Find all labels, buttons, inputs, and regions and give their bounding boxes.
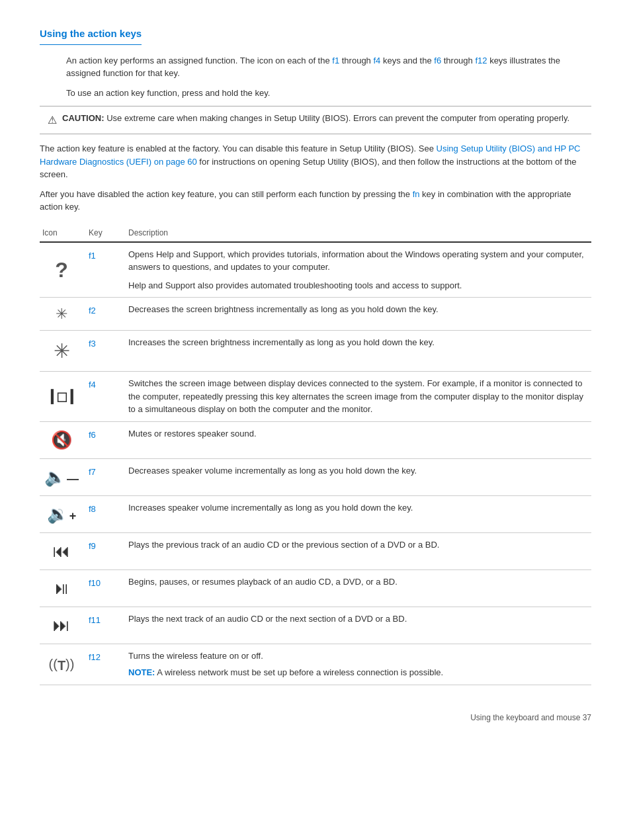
caution-label: CAUTION:	[62, 113, 105, 123]
desc-cell: Increases speaker volume incrementally a…	[126, 495, 591, 532]
desc-cell: Mutes or restores speaker sound.	[126, 421, 591, 458]
desc-cell: Opens Help and Support, which provides t…	[126, 242, 591, 298]
icon-cell: 🔉+	[40, 495, 86, 532]
key-cell: f9	[86, 532, 126, 569]
body-paragraph-1: The action key feature is enabled at the…	[40, 142, 591, 181]
key-cell: f7	[86, 458, 126, 495]
desc-text: Increases speaker volume incrementally a…	[128, 501, 586, 515]
col-header-desc: Description	[126, 224, 591, 242]
page-footer: Using the keyboard and mouse 37	[40, 712, 591, 724]
col-header-icon: Icon	[40, 224, 86, 242]
note-text: NOTE: A wireless network must be set up …	[128, 666, 586, 679]
icon-cell: 🔇	[40, 421, 86, 458]
icon-cell: ((T))	[40, 644, 86, 685]
caution-box: ⚠ CAUTION: Use extreme care when making …	[40, 106, 591, 134]
body-paragraph-2: After you have disabled the action key f…	[40, 188, 591, 214]
table-row: ✳f3Increases the screen brightness incre…	[40, 331, 591, 372]
intro-paragraph-1: An action key performs an assigned funct…	[66, 54, 591, 80]
intro-paragraph-2: To use an action key function, press and…	[66, 87, 591, 100]
desc-text: Increases the screen brightness incremen…	[128, 336, 586, 349]
desc-text: Decreases speaker volume incrementally a…	[128, 464, 586, 478]
desc-text: Mutes or restores speaker sound.	[128, 427, 586, 441]
desc-cell: Increases the screen brightness incremen…	[126, 331, 591, 372]
body1-text: The action key feature is enabled at the…	[40, 144, 437, 153]
desc-text: Begins, pauses, or resumes playback of a…	[128, 575, 586, 589]
desc-cell: Plays the next track of an audio CD or t…	[126, 607, 591, 644]
desc-cell: Plays the previous track of an audio CD …	[126, 532, 591, 569]
table-row: 🔇f6Mutes or restores speaker sound.	[40, 421, 591, 458]
key-cell: f4	[86, 372, 126, 422]
intro1-mid-text: through	[339, 56, 373, 65]
desc-text: Help and Support also provides automated…	[128, 279, 586, 292]
desc-cell: Decreases the screen brightness incremen…	[126, 298, 591, 331]
desc-text: Switches the screen image between displa…	[128, 377, 586, 416]
table-row: ⏭f11Plays the next track of an audio CD …	[40, 607, 591, 644]
desc-cell: Turns the wireless feature on or off.NOT…	[126, 644, 591, 685]
table-row: 🔈—f7Decreases speaker volume incremental…	[40, 458, 591, 495]
table-row: 🔉+f8Increases speaker volume incremental…	[40, 495, 591, 532]
table-row: ✳︎f2Decreases the screen brightness incr…	[40, 298, 591, 331]
desc-cell: Decreases speaker volume incrementally a…	[126, 458, 591, 495]
caution-body: Use extreme care when making changes in …	[105, 113, 570, 123]
desc-text: Plays the next track of an audio CD or t…	[128, 612, 586, 626]
desc-cell: Begins, pauses, or resumes playback of a…	[126, 569, 591, 607]
desc-text: Opens Help and Support, which provides t…	[128, 248, 586, 274]
table-row: ❙◻❙f4Switches the screen image between d…	[40, 372, 591, 422]
intro1-text: An action key performs an assigned funct…	[66, 56, 332, 65]
f12-link[interactable]: f12	[475, 56, 487, 65]
caution-icon: ⚠	[48, 112, 57, 128]
key-cell: f11	[86, 607, 126, 644]
key-cell: f10	[86, 569, 126, 607]
body2-start-text: After you have disabled the action key f…	[40, 189, 413, 199]
table-row: ⏯f10Begins, pauses, or resumes playback …	[40, 569, 591, 607]
icon-cell: ✳	[40, 331, 86, 372]
icon-cell: ?	[40, 242, 86, 298]
key-cell: f8	[86, 495, 126, 532]
key-cell: f2	[86, 298, 126, 331]
key-cell: f6	[86, 421, 126, 458]
key-cell: f12	[86, 644, 126, 685]
icon-cell: 🔈—	[40, 458, 86, 495]
f4-link[interactable]: f4	[373, 56, 380, 65]
section-title: Using the action keys	[40, 26, 142, 45]
action-keys-table: Icon Key Description ?f1Opens Help and S…	[40, 224, 591, 685]
col-header-key: Key	[86, 224, 126, 242]
caution-text: CAUTION: Use extreme care when making ch…	[62, 112, 569, 125]
intro1-mid3-text: through	[441, 56, 475, 65]
icon-cell: ⏯	[40, 569, 86, 607]
key-cell: f1	[86, 242, 126, 298]
key-cell: f3	[86, 331, 126, 372]
fn-link[interactable]: fn	[413, 189, 420, 199]
desc-text: Turns the wireless feature on or off.	[128, 650, 586, 663]
icon-cell: ⏭	[40, 607, 86, 644]
icon-cell: ✳︎	[40, 298, 86, 331]
table-row: ?f1Opens Help and Support, which provide…	[40, 242, 591, 298]
desc-text: Decreases the screen brightness incremen…	[128, 303, 586, 316]
desc-cell: Switches the screen image between displa…	[126, 372, 591, 422]
icon-cell: ⏮	[40, 532, 86, 569]
footer-text: Using the keyboard and mouse 37	[470, 712, 591, 724]
table-row: ((T))f12Turns the wireless feature on or…	[40, 644, 591, 685]
desc-text: Plays the previous track of an audio CD …	[128, 538, 586, 552]
intro1-mid2-text: keys and the	[380, 56, 434, 65]
icon-cell: ❙◻❙	[40, 372, 86, 422]
f6-link[interactable]: f6	[434, 56, 441, 65]
f1-link[interactable]: f1	[332, 56, 339, 65]
table-row: ⏮f9Plays the previous track of an audio …	[40, 532, 591, 569]
